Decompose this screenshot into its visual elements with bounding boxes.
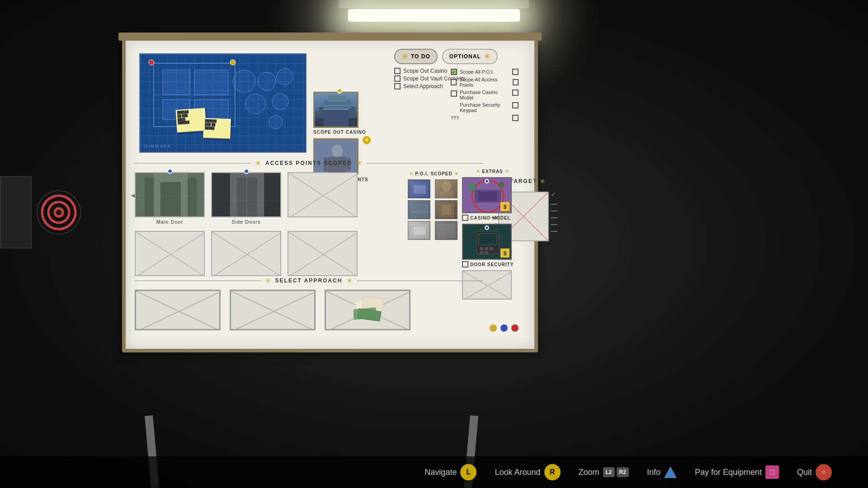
access-asterisk-right: ✳ (357, 160, 362, 167)
divider-left (135, 163, 251, 164)
svg-rect-68 (440, 191, 453, 198)
checkbox-2[interactable] (394, 75, 401, 82)
sticky-note-2: █████████ ███████ (203, 118, 231, 139)
svg-point-13 (149, 60, 154, 65)
hud-btn-L-label: L (467, 468, 471, 476)
approach-header: ✳ SELECT APPROACH ✳ (135, 277, 483, 284)
extras-casino-pin (485, 179, 489, 183)
poi-svg-3 (408, 201, 431, 220)
svg-rect-17 (328, 95, 346, 102)
poi-thumb-6[interactable] (435, 221, 458, 240)
optional-checkbox-3b[interactable] (512, 89, 519, 96)
optional-checkbox-1b[interactable] (512, 69, 519, 75)
todo-title: TO DO (411, 53, 430, 60)
poi-header: ✳ P.O.I. SCOPED ✳ (408, 171, 460, 177)
hud-btn-circle[interactable]: ○ (816, 464, 832, 480)
approach-svg-2 (231, 291, 316, 330)
blueprint-label: SIMMONS (145, 144, 171, 148)
main-door-pin (167, 169, 173, 174)
approach-svg-1 (136, 291, 221, 330)
dot-red (511, 324, 519, 332)
poi-thumb-5[interactable] (408, 221, 430, 240)
optional-checkbox-1[interactable]: ✓ (451, 69, 457, 75)
extras-casino-photo: $ (462, 177, 512, 213)
light-housing (339, 0, 529, 8)
divider-right (367, 163, 483, 164)
optional-checkbox-4b[interactable] (512, 102, 519, 108)
scope-casino-photo (313, 92, 359, 128)
optional-asterisk: ✳ (484, 52, 491, 61)
extras-asterisk-left: ✳ (476, 169, 480, 174)
svg-rect-72 (442, 205, 451, 215)
extras-door-pin (485, 225, 489, 230)
dartboard (36, 190, 81, 235)
svg-rect-75 (438, 224, 456, 238)
hud-btn-square[interactable]: □ (765, 465, 779, 479)
side-doors-photo[interactable] (211, 172, 281, 217)
svg-line-38 (288, 173, 358, 217)
approach-slot-2[interactable] (230, 290, 316, 330)
access-slot-3-photo[interactable] (288, 172, 358, 217)
checkbox-1[interactable] (394, 68, 401, 74)
main-door-label: Main Door (135, 219, 205, 225)
bottom-hud: Navigate L Look Around R Zoom L2 R2 Info… (0, 456, 868, 488)
approach-divider-right (357, 281, 483, 281)
svg-rect-66 (414, 185, 425, 193)
optional-checkbox-3[interactable] (451, 90, 457, 97)
access-slot-5[interactable] (211, 231, 281, 276)
access-slot-6[interactable] (288, 231, 358, 276)
svg-rect-88 (490, 247, 493, 250)
hud-pay: Pay for Equipment □ (695, 465, 779, 479)
svg-point-7 (277, 69, 293, 85)
optional-label-5: ??? (451, 115, 509, 121)
hud-navigate-label: Navigate (425, 468, 457, 477)
todo-tab[interactable]: ✳ TO DO (394, 49, 438, 64)
todo-label-1: Scope Out Casino (403, 68, 447, 74)
checkbox-3[interactable] (394, 83, 401, 89)
poi-thumb-3[interactable] (408, 200, 430, 219)
hud-btn-R[interactable]: R (544, 464, 561, 480)
scope-casino-container: SCOPE OUT CASINO (313, 92, 366, 135)
extras-title: EXTRAS (482, 169, 503, 174)
hud-btn-L2[interactable]: L2 (603, 467, 615, 477)
hud-lookaround: Look Around R (495, 464, 560, 480)
svg-point-22 (332, 145, 343, 157)
svg-point-8 (245, 94, 265, 114)
hud-btn-R-label: R (550, 468, 555, 476)
approach-slot-1[interactable] (135, 290, 221, 330)
svg-point-10 (269, 115, 283, 129)
optional-item-5: ??? (451, 115, 519, 121)
casino-pin (337, 88, 342, 94)
empty-slot-svg-3 (212, 232, 281, 276)
hud-btn-triangle[interactable] (664, 466, 677, 478)
extras-casino-checkbox[interactable] (462, 215, 468, 221)
empty-slot-svg-1 (288, 173, 358, 217)
main-door-photo[interactable] (135, 172, 205, 217)
side-doors-container: Side Doors (211, 172, 281, 225)
poi-thumb-4[interactable] (435, 200, 458, 219)
side-doors-pin (244, 169, 249, 174)
svg-point-67 (442, 181, 451, 192)
access-points-header: ✳ ACCESS POINTS SCOPED ✳ (135, 160, 483, 167)
hud-btn-L[interactable]: L (460, 464, 476, 480)
hud-btn-R2[interactable]: R2 (617, 467, 629, 477)
optional-checkbox-2b[interactable] (513, 79, 519, 85)
poi-title: P.O.I. SCOPED (415, 171, 452, 176)
approach-grid (135, 290, 483, 330)
optional-label-3: Purchase Casino Model (460, 89, 509, 100)
optional-checkbox-2[interactable] (451, 79, 457, 85)
svg-rect-74 (414, 227, 425, 235)
hud-info: Info (647, 466, 677, 478)
poi-thumb-1[interactable] (408, 179, 430, 198)
hud-quit-label: Quit (797, 468, 812, 477)
extras-door-checkbox[interactable] (462, 261, 468, 267)
poi-thumb-2[interactable] (435, 179, 458, 198)
todo-asterisk: ✳ (401, 52, 408, 61)
scatter-items (354, 293, 394, 326)
optional-label-4: Purchase Security Keypad (451, 102, 509, 113)
poi-asterisk-right: ✳ (454, 171, 458, 177)
access-slot-4[interactable] (135, 231, 205, 276)
hud-zoom-label: Zoom (579, 468, 599, 477)
optional-checkbox-5b[interactable] (512, 115, 519, 121)
optional-tab[interactable]: OPTIONAL ✳ (442, 49, 498, 64)
